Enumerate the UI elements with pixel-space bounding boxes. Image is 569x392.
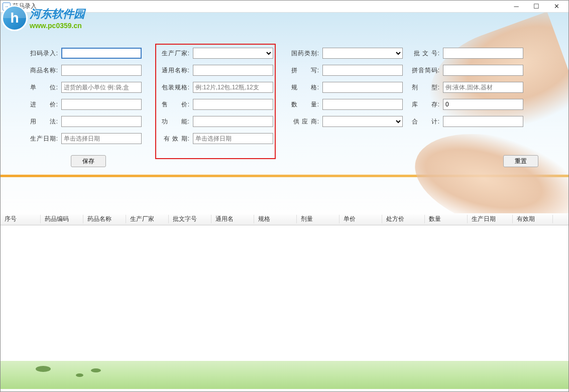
th-expiry[interactable]: 有效期: [513, 215, 553, 223]
product-name-field[interactable]: [61, 65, 142, 76]
generic-name-field[interactable]: [193, 65, 273, 76]
purchase-price-field[interactable]: [61, 99, 142, 110]
watermark-url: www.pc0359.cn: [30, 22, 85, 30]
th-rx-price[interactable]: 处方价: [382, 215, 425, 223]
scan-input-field[interactable]: [61, 48, 142, 59]
supplier-select[interactable]: [322, 116, 403, 127]
purchase-price-label: 进 价:: [28, 100, 58, 109]
watermark: h 河东软件园 www.pc0359.cn: [2, 5, 85, 31]
th-prod-date[interactable]: 生产日期: [468, 215, 513, 223]
manufacturer-select[interactable]: [193, 48, 273, 59]
production-date-field[interactable]: [61, 133, 142, 144]
th-approval[interactable]: 批文字号: [169, 215, 211, 223]
table-body[interactable]: [1, 225, 568, 361]
th-generic[interactable]: 通用名: [211, 215, 254, 223]
pinyin-short-label: 拼音简码:: [410, 66, 440, 75]
stock-label: 库 存:: [410, 100, 440, 109]
pinyin-label: 拼 写:: [289, 66, 319, 75]
spec-field[interactable]: [322, 82, 403, 93]
usage-field[interactable]: [61, 116, 142, 127]
expiry-date-field[interactable]: [193, 133, 273, 144]
watermark-logo: h: [2, 5, 28, 31]
close-button[interactable]: ✕: [546, 1, 566, 13]
th-dosage[interactable]: 剂量: [297, 215, 339, 223]
production-date-label: 生产日期:: [28, 135, 58, 143]
maximize-button[interactable]: ☐: [526, 1, 546, 13]
reset-button[interactable]: 重置: [503, 155, 538, 167]
table-header: 序号 药品编码 药品名称 生产厂家 批文字号 通用名 规格 剂量 单价 处方价 …: [1, 213, 568, 225]
drug-category-select[interactable]: [322, 48, 403, 59]
package-spec-label: 包装规格:: [160, 83, 190, 92]
minimize-button[interactable]: ─: [506, 1, 526, 13]
th-price[interactable]: 单价: [339, 215, 382, 223]
supplier-label: 供 应 商:: [289, 117, 319, 126]
unit-label: 单 位:: [28, 83, 58, 92]
th-spec[interactable]: 规格: [254, 215, 297, 223]
approval-num-field[interactable]: [443, 48, 523, 59]
generic-name-label: 通用名称:: [160, 66, 190, 75]
stock-field[interactable]: [443, 99, 523, 110]
save-button[interactable]: 保存: [71, 155, 106, 167]
total-label: 合 计:: [410, 117, 440, 126]
quantity-field[interactable]: [322, 99, 403, 110]
expiry-date-label: 有 效 期:: [160, 135, 190, 143]
manufacturer-label: 生产厂家:: [160, 49, 190, 58]
quantity-label: 数 量:: [289, 100, 319, 109]
window-controls: ─ ☐ ✕: [506, 1, 566, 13]
sell-price-field[interactable]: [193, 99, 273, 110]
spec-label: 规 格:: [289, 83, 319, 92]
scan-input-label: 扫码录入:: [28, 49, 58, 58]
function-field[interactable]: [193, 116, 273, 127]
function-label: 功 能:: [160, 117, 190, 126]
watermark-title: 河东软件园: [30, 7, 85, 22]
pinyin-short-field[interactable]: [443, 65, 523, 76]
titlebar: → 药品录入 ─ ☐ ✕: [1, 1, 568, 13]
th-seq[interactable]: 序号: [1, 215, 41, 223]
package-spec-field[interactable]: [193, 82, 273, 93]
dosage-form-field[interactable]: [443, 82, 523, 93]
product-name-label: 商品名称:: [28, 66, 58, 75]
pinyin-field[interactable]: [322, 65, 403, 76]
th-qty[interactable]: 数量: [425, 215, 468, 223]
total-field[interactable]: [443, 116, 523, 127]
th-name[interactable]: 药品名称: [83, 215, 126, 223]
th-code[interactable]: 药品编码: [41, 215, 83, 223]
form-area: 扫码录入: 生产厂家: 国药类别: 批 文 号: 商品名称:: [1, 13, 568, 213]
footer-decoration: [1, 361, 568, 389]
dosage-form-label: 剂 型:: [410, 83, 440, 92]
drug-category-label: 国药类别:: [289, 49, 319, 58]
unit-field[interactable]: [61, 82, 142, 93]
sell-price-label: 售 价:: [160, 100, 190, 109]
th-manufacturer[interactable]: 生产厂家: [126, 215, 169, 223]
approval-num-label: 批 文 号:: [410, 49, 440, 58]
usage-label: 用 法:: [28, 117, 58, 126]
